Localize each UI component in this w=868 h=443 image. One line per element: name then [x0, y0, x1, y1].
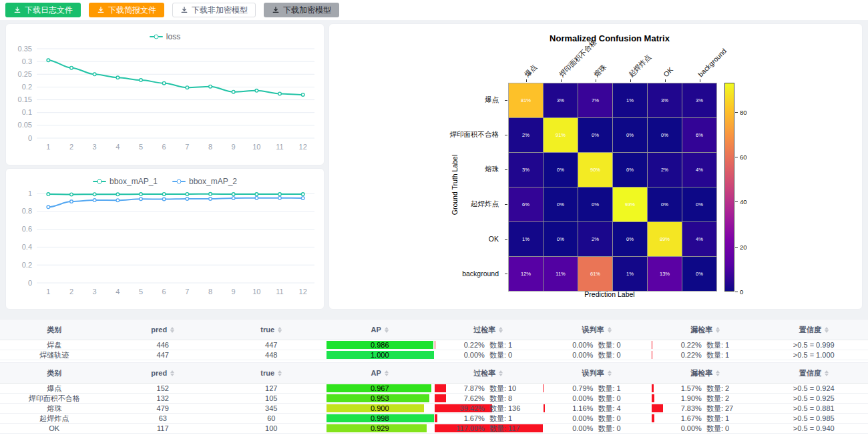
overdetect-cell: 0.22%数量: 1	[434, 340, 543, 350]
category-cell: OK	[0, 424, 109, 433]
category-cell: 焊盘	[0, 340, 109, 350]
sort-caret-icon	[825, 368, 829, 378]
pred-value: 446	[157, 341, 169, 350]
matrix-cell: 0%	[544, 187, 578, 222]
sort-caret-icon	[608, 368, 612, 378]
rate-count: 数量: 136	[489, 404, 537, 413]
rate-percent: 0.22%	[656, 351, 706, 360]
colorbar-tick	[735, 292, 738, 292]
map-chart-panel: bbox_mAP_1bbox_mAP_2 00.20.40.60.8112345…	[5, 168, 324, 310]
table-header-row: 类别predtrueAP过检率误判率漏检率置信度	[0, 319, 868, 340]
table-row: 焊印面积不合格1321050.9537.62%数量: 80.00%数量: 01.…	[0, 394, 868, 404]
category-cell: 焊印面积不合格	[0, 394, 109, 403]
sort-desc-icon	[825, 330, 829, 335]
column-header-AP[interactable]: AP	[326, 363, 435, 383]
category-label: 熔珠	[47, 404, 61, 413]
overdetect-cell: 39.42%数量: 136	[434, 404, 543, 413]
column-header-label: 漏检率	[690, 368, 712, 378]
column-header-label: 误判率	[582, 368, 604, 378]
pred-cell: 117	[109, 424, 218, 433]
svg-text:7: 7	[185, 143, 189, 151]
rate-count: 数量: 27	[706, 404, 754, 413]
svg-text:1: 1	[46, 288, 50, 296]
sort-asc-icon	[170, 325, 174, 330]
table-row: 焊盘4464470.9860.22%数量: 10.00%数量: 00.22%数量…	[0, 340, 868, 350]
column-header-误判率[interactable]: 误判率	[543, 363, 652, 383]
sort-desc-icon	[608, 374, 612, 378]
svg-text:10: 10	[252, 143, 260, 151]
rate-percent: 1.57%	[656, 384, 706, 393]
column-header-过检率[interactable]: 过检率	[434, 320, 543, 340]
sort-caret-icon	[716, 325, 720, 335]
svg-text:5: 5	[139, 288, 143, 296]
legend-marker-icon	[150, 34, 163, 39]
column-header-误判率[interactable]: 误判率	[543, 320, 652, 340]
column-header-label: true	[260, 326, 274, 334]
category-label: 起焊炸点	[39, 414, 69, 423]
matrix-cell: 3%	[682, 83, 716, 117]
matrix-left-tick	[505, 100, 507, 101]
pred-cell: 479	[109, 404, 218, 413]
sort-caret-icon	[499, 325, 503, 335]
svg-text:11: 11	[276, 143, 283, 151]
column-header-置信度[interactable]: 置信度	[760, 320, 868, 340]
matrix-row-label: 焊印面积不合格	[329, 117, 504, 152]
svg-text:5: 5	[139, 143, 143, 151]
sort-desc-icon	[278, 374, 282, 378]
rate-bar	[652, 384, 654, 392]
download-report-button[interactable]: 下载简报文件	[89, 3, 164, 17]
column-header-漏检率[interactable]: 漏检率	[651, 320, 760, 340]
confidence-value: >0.5 = 0.985	[793, 414, 835, 423]
legend-marker-icon	[172, 179, 186, 184]
sort-caret-icon	[278, 368, 282, 378]
column-header-true[interactable]: true	[217, 320, 326, 340]
svg-text:1: 1	[28, 189, 32, 197]
column-header-漏检率[interactable]: 漏检率	[651, 363, 760, 383]
rate-count: 数量: 0	[598, 394, 646, 403]
svg-text:0.25: 0.25	[18, 70, 32, 78]
column-header-pred[interactable]: pred	[109, 363, 218, 383]
legend-item-loss[interactable]: loss	[150, 31, 180, 42]
rate-percent: 7.83%	[656, 404, 706, 413]
category-label: 焊盘	[47, 341, 61, 350]
matrix-cell: 1%	[509, 222, 543, 256]
matrix-top-tick	[665, 79, 666, 82]
column-header-label: 类别	[47, 325, 61, 335]
rate-count: 数量: 10	[489, 384, 537, 393]
toolbar: 下载日志文件下载简报文件下载非加密模型下载加密模型	[0, 0, 868, 20]
column-header-true[interactable]: true	[217, 363, 326, 383]
misjudge-cell: 0.00%数量: 0	[543, 394, 652, 403]
table-row: OK1171000.929117.00%数量: 1170.00%数量: 00.0…	[0, 424, 868, 434]
rate-count: 数量: 1	[489, 414, 537, 423]
rate-count: 数量: 1	[706, 414, 754, 423]
column-header-label: true	[260, 369, 274, 377]
legend-item-bbox_mAP_1[interactable]: bbox_mAP_1	[93, 176, 158, 187]
true-cell: 127	[217, 384, 326, 393]
misjudge-cell: 0.79%数量: 1	[543, 384, 652, 393]
download-encrypted-model-button[interactable]: 下载加密模型	[264, 3, 339, 17]
confidence-value: >0.5 = 1.000	[793, 351, 835, 360]
matrix-cell: 1%	[613, 83, 647, 117]
rate-count: 数量: 0	[598, 351, 646, 360]
legend-label: bbox_mAP_2	[189, 177, 237, 186]
download-log-button[interactable]: 下载日志文件	[5, 3, 81, 17]
colorbar-tick	[735, 247, 738, 248]
column-header-过检率[interactable]: 过检率	[434, 363, 543, 383]
legend-item-bbox_mAP_2[interactable]: bbox_mAP_2	[172, 176, 237, 187]
svg-text:0: 0	[28, 279, 32, 287]
rate-percent: 7.62%	[439, 394, 489, 403]
column-header-pred[interactable]: pred	[109, 320, 218, 340]
rate-percent: 1.67%	[656, 414, 706, 423]
svg-text:4: 4	[116, 143, 120, 151]
confidence-cell: >0.5 = 1.000	[760, 350, 868, 360]
pred-value: 63	[159, 414, 167, 423]
rate-percent: 0.00%	[439, 351, 489, 360]
sort-caret-icon	[385, 325, 389, 335]
column-header-AP[interactable]: AP	[326, 320, 435, 340]
confidence-value: >0.5 = 0.924	[793, 384, 835, 393]
legend-dot	[154, 35, 158, 39]
missdetect-cell: 0.00%数量: 0	[651, 424, 760, 433]
svg-text:6: 6	[162, 143, 166, 151]
download-plain-model-button[interactable]: 下载非加密模型	[172, 3, 256, 17]
column-header-置信度[interactable]: 置信度	[760, 363, 868, 383]
